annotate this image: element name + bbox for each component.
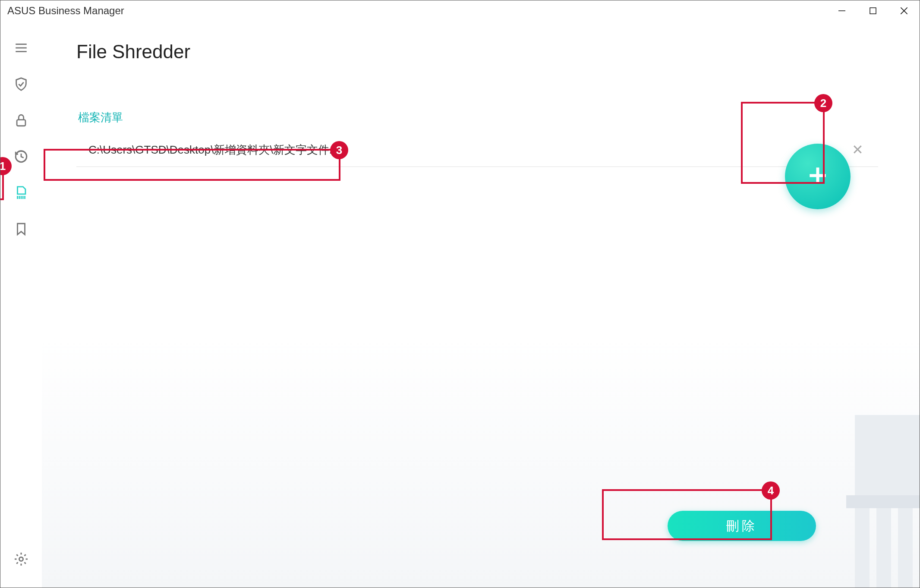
svg-rect-1	[870, 8, 876, 14]
sidebar-bottom	[0, 550, 42, 570]
minimize-button[interactable]	[826, 0, 857, 21]
svg-rect-20	[898, 506, 913, 588]
callout-4: 4	[602, 489, 772, 540]
maximize-button[interactable]	[857, 0, 888, 21]
sidebar	[0, 21, 42, 588]
callout-badge: 2	[814, 94, 832, 112]
file-shred-icon	[14, 186, 28, 202]
sidebar-item-bookmark[interactable]	[11, 220, 32, 240]
gear-icon	[13, 551, 29, 569]
remove-file-button[interactable]: ✕	[849, 141, 866, 158]
close-button[interactable]	[888, 0, 920, 21]
menu-icon	[14, 41, 28, 57]
window-title: ASUS Business Manager	[7, 5, 124, 17]
sidebar-item-settings[interactable]	[11, 550, 32, 570]
page-title: File Shredder	[76, 41, 878, 63]
callout-badge: 4	[762, 481, 780, 500]
window-controls	[826, 0, 920, 21]
app-window: ASUS Business Manager	[0, 0, 920, 588]
bookmark-icon	[14, 222, 28, 238]
svg-rect-18	[855, 506, 870, 588]
callout-3: 3	[44, 149, 340, 181]
sidebar-item-history[interactable]	[11, 147, 32, 168]
svg-rect-21	[846, 495, 920, 508]
titlebar: ASUS Business Manager	[0, 0, 920, 21]
lock-icon	[14, 113, 28, 129]
shield-icon	[14, 77, 28, 93]
sidebar-item-security[interactable]	[11, 75, 32, 95]
svg-point-14	[19, 557, 23, 561]
sidebar-item-lock[interactable]	[11, 111, 32, 132]
callout-badge: 3	[330, 141, 348, 159]
app-body: File Shredder 檔案清單 C:\Users\GTSD\Desktop…	[0, 21, 920, 588]
svg-rect-19	[876, 506, 891, 588]
main-content: File Shredder 檔案清單 C:\Users\GTSD\Desktop…	[42, 21, 920, 588]
shredder-decoration	[833, 415, 920, 588]
callout-2: 2	[741, 102, 825, 184]
close-icon: ✕	[852, 142, 863, 157]
callout-1: 1	[0, 165, 4, 200]
sidebar-item-file-shredder[interactable]	[11, 183, 32, 204]
svg-rect-17	[855, 415, 920, 497]
sidebar-menu-button[interactable]	[11, 38, 32, 59]
history-icon	[14, 149, 28, 166]
svg-rect-7	[17, 120, 25, 126]
